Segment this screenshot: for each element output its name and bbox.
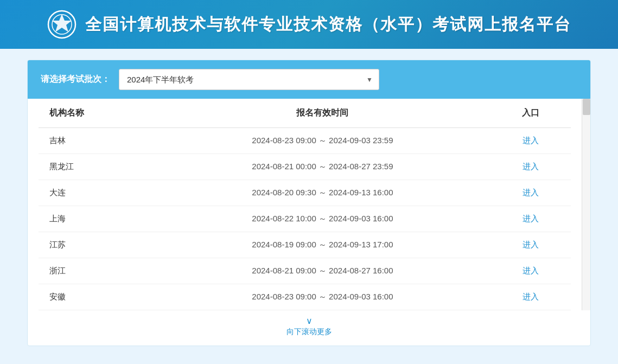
cell-org-name: 黑龙江 <box>39 154 155 180</box>
table-row: 上海2024-08-22 10:00 ～ 2024-09-03 16:00进入 <box>39 206 571 232</box>
registration-table: 机构名称 报名有效时间 入口 吉林2024-08-23 09:00 ～ 2024… <box>39 99 571 310</box>
cell-entry[interactable]: 进入 <box>490 206 571 232</box>
table-header-row: 机构名称 报名有效时间 入口 <box>39 99 571 128</box>
scroll-thumb[interactable] <box>583 99 590 115</box>
table-container: 机构名称 报名有效时间 入口 吉林2024-08-23 09:00 ～ 2024… <box>28 99 582 310</box>
scrollbar[interactable] <box>582 99 590 310</box>
cell-entry[interactable]: 进入 <box>490 128 571 154</box>
entry-link[interactable]: 进入 <box>523 240 539 249</box>
cell-time: 2024-08-19 09:00 ～ 2024-09-13 17:00 <box>155 232 490 258</box>
scroll-more[interactable]: ∨ 向下滚动更多 <box>28 310 590 346</box>
entry-link[interactable]: 进入 <box>523 214 539 223</box>
cell-org-name: 上海 <box>39 206 155 232</box>
table-row: 安徽2024-08-23 09:00 ～ 2024-09-03 16:00进入 <box>39 284 571 310</box>
header-logo <box>47 10 77 39</box>
page-title: 全国计算机技术与软件专业技术资格（水平）考试网上报名平台 <box>85 14 571 36</box>
entry-link[interactable]: 进入 <box>523 292 539 301</box>
table-row: 黑龙江2024-08-21 00:00 ～ 2024-08-27 23:59进入 <box>39 154 571 180</box>
cell-org-name: 浙江 <box>39 258 155 284</box>
svg-marker-2 <box>52 14 72 32</box>
main-content: 请选择考试批次： 2024年下半年软考2024年上半年软考2023年下半年软考 … <box>0 49 618 357</box>
cell-org-name: 江苏 <box>39 232 155 258</box>
cell-entry[interactable]: 进入 <box>490 154 571 180</box>
cell-org-name: 安徽 <box>39 284 155 310</box>
page-header: 全国计算机技术与软件专业技术资格（水平）考试网上报名平台 <box>0 0 618 49</box>
cell-time: 2024-08-20 09:30 ～ 2024-09-13 16:00 <box>155 180 490 206</box>
entry-link[interactable]: 进入 <box>523 266 539 275</box>
bottom-buttons: 🪪准考证打印📋成绩查询📄证书查询📷2010上半年以前的证书🖥模拟练习平台 <box>0 357 618 364</box>
cell-entry[interactable]: 进入 <box>490 180 571 206</box>
table-row: 浙江2024-08-21 09:00 ～ 2024-08-27 16:00进入 <box>39 258 571 284</box>
table-outer: 机构名称 报名有效时间 入口 吉林2024-08-23 09:00 ～ 2024… <box>28 99 590 310</box>
table-row: 大连2024-08-20 09:30 ～ 2024-09-13 16:00进入 <box>39 180 571 206</box>
select-row: 请选择考试批次： 2024年下半年软考2024年上半年软考2023年下半年软考 … <box>28 60 590 99</box>
cell-time: 2024-08-22 10:00 ～ 2024-09-03 16:00 <box>155 206 490 232</box>
scroll-more-text: 向下滚动更多 <box>286 327 332 336</box>
content-card: 请选择考试批次： 2024年下半年软考2024年上半年软考2023年下半年软考 … <box>27 60 591 346</box>
cell-entry[interactable]: 进入 <box>490 284 571 310</box>
entry-link[interactable]: 进入 <box>523 136 539 145</box>
cell-time: 2024-08-21 00:00 ～ 2024-08-27 23:59 <box>155 154 490 180</box>
cell-entry[interactable]: 进入 <box>490 258 571 284</box>
table-row: 江苏2024-08-19 09:00 ～ 2024-09-13 17:00进入 <box>39 232 571 258</box>
chevron-down-icon: ∨ <box>28 316 590 326</box>
cell-org-name: 吉林 <box>39 128 155 154</box>
cell-time: 2024-08-21 09:00 ～ 2024-08-27 16:00 <box>155 258 490 284</box>
entry-link[interactable]: 进入 <box>523 188 539 197</box>
col-header-name: 机构名称 <box>39 99 155 128</box>
col-header-time: 报名有效时间 <box>155 99 490 128</box>
cell-time: 2024-08-23 09:00 ～ 2024-09-03 23:59 <box>155 128 490 154</box>
table-row: 吉林2024-08-23 09:00 ～ 2024-09-03 23:59进入 <box>39 128 571 154</box>
select-label: 请选择考试批次： <box>41 74 110 85</box>
col-header-entry: 入口 <box>490 99 571 128</box>
select-wrapper: 2024年下半年软考2024年上半年软考2023年下半年软考 ▼ <box>119 69 379 90</box>
cell-time: 2024-08-23 09:00 ～ 2024-09-03 16:00 <box>155 284 490 310</box>
cell-entry[interactable]: 进入 <box>490 232 571 258</box>
cell-org-name: 大连 <box>39 180 155 206</box>
exam-batch-select[interactable]: 2024年下半年软考2024年上半年软考2023年下半年软考 <box>119 69 379 90</box>
entry-link[interactable]: 进入 <box>523 162 539 171</box>
